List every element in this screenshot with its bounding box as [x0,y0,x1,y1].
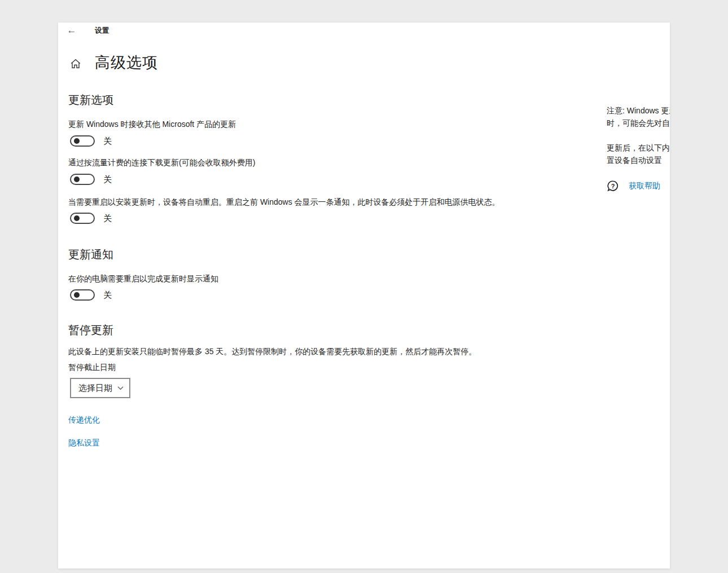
toggle-state-label: 关 [103,213,112,224]
toggle-state-label: 关 [103,136,112,147]
toggle-knob [74,177,80,182]
side-note-line: 置设备自动设置 [607,155,670,167]
home-icon [69,58,82,70]
settings-window-card: ← 设置 高级选项 更新选项 更新 Windows 时接收其他 Microsof… [58,23,670,568]
page-title: 高级选项 [95,52,158,73]
settings-page: { "window": { "app_label": "设置", "back_g… [0,0,728,573]
toggle-auto-restart[interactable] [70,213,95,224]
side-note-line: 注意: Windows 更新 [607,105,670,117]
toggle-row-auto-restart: 关 [70,213,112,224]
pause-date-label: 暂停截止日期 [68,363,116,373]
toggle-label-auto-restart: 当需要重启以安装更新时，设备将自动重启。重启之前 Windows 会显示一条通知… [68,197,500,208]
toggle-knob [74,138,80,144]
toggle-knob [74,215,80,221]
pause-date-picker[interactable]: 选择日期 [70,378,130,398]
toggle-row-metered: 关 [70,174,112,185]
toggle-row-restart-notice: 关 [70,289,112,301]
toggle-state-label: 关 [103,290,112,301]
side-note-paragraph: 注意: Windows 更新 时，可能会先对自 [607,105,670,129]
section-heading-update-notifications: 更新通知 [68,247,113,262]
toggle-ms-products[interactable] [70,135,95,147]
pause-date-picker-value: 选择日期 [78,383,112,394]
pause-updates-description: 此设备上的更新安装只能临时暂停最多 35 天。达到暂停限制时，你的设备需要先获取… [68,347,476,357]
side-after-paragraph: 更新后，在以下内 置设备自动设置 [607,142,670,166]
section-heading-update-options: 更新选项 [68,92,113,108]
side-note-line: 更新后，在以下内 [607,142,670,155]
svg-text:?: ? [611,183,615,189]
get-help-row: ? 获取帮助 [607,180,660,192]
toggle-state-label: 关 [103,174,112,185]
back-button[interactable]: ← [63,23,81,38]
side-note-line: 时，可能会先对自 [607,117,670,130]
section-heading-pause-updates: 暂停更新 [68,323,113,338]
toggle-row-ms-products: 关 [70,135,112,147]
toggle-label-metered: 通过按流量计费的连接下载更新(可能会收取额外费用) [68,158,255,168]
toggle-label-restart-notice: 在你的电脑需要重启以完成更新时显示通知 [68,274,218,284]
get-help-link[interactable]: 获取帮助 [629,181,660,191]
help-bubble-icon: ? [607,180,619,192]
toggle-label-ms-products: 更新 Windows 时接收其他 Microsoft 产品的更新 [68,120,236,130]
privacy-settings-link[interactable]: 隐私设置 [68,438,100,448]
toggle-knob [74,292,80,298]
toggle-restart-notice[interactable] [70,289,95,301]
toggle-metered[interactable] [70,174,95,185]
app-title: 设置 [95,26,109,36]
chevron-down-icon [117,386,124,390]
delivery-optimization-link[interactable]: 传递优化 [68,415,100,425]
